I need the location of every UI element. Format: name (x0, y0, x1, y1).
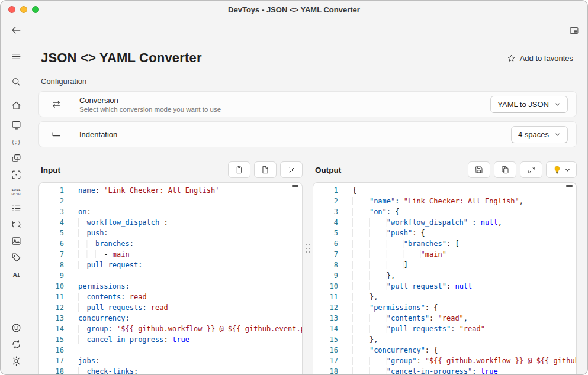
indentation-icon (50, 128, 63, 140)
window-title: DevToys - JSON <> YAML Converter (228, 5, 360, 14)
svg-text:A: A (13, 271, 17, 279)
arrows-cycle-icon (11, 219, 22, 230)
zoom-window-button[interactable] (32, 6, 39, 13)
sidebar-tool-3[interactable] (5, 150, 27, 166)
lightbulb-icon (552, 165, 562, 174)
code-line: 16 "concurrency": { (313, 345, 576, 355)
editor-splitter-handle[interactable] (305, 243, 311, 254)
line-number: 1 (39, 185, 64, 196)
binary-icon: 10110110 (9, 186, 23, 198)
expand-icon (527, 166, 536, 174)
output-header: Output (315, 161, 577, 178)
code-line: 18 check-links: (39, 366, 302, 374)
conversion-title: Conversion (79, 96, 490, 105)
code-line: 17jobs: (39, 355, 302, 366)
line-number: 5 (313, 228, 338, 238)
titlebar: DevToys - JSON <> YAML Converter (1, 1, 587, 18)
output-label: Output (315, 166, 341, 174)
sidebar-tool-6[interactable] (5, 200, 27, 216)
page-header: JSON <> YAML Converter Add to favorites (41, 50, 577, 66)
sidebar-feedback-button[interactable] (5, 320, 27, 336)
code-line: 17 "group": "${{ github.workflow }} @ ${… (313, 355, 576, 366)
add-to-favorites-button[interactable]: Add to favorites (503, 53, 577, 63)
code-line: 8 ] (313, 260, 576, 270)
input-editor[interactable]: 1name: 'Link Checker: All English'23on:4… (38, 182, 303, 374)
output-editor[interactable]: 1{2 "name": "Link Checker: All English",… (313, 182, 577, 374)
conversion-mode-value: YAML to JSON (497, 100, 549, 109)
editor-scrollbar-thumb[interactable] (292, 185, 298, 187)
configuration-label: Configuration (41, 77, 577, 86)
save-button[interactable] (468, 161, 490, 178)
code-line: 14 "pull-requests": "read" (313, 324, 576, 334)
sidebar-tool-10[interactable]: A (5, 266, 27, 282)
code-line: 9 }, (313, 270, 576, 281)
line-number: 7 (39, 249, 64, 260)
code-line: 2 "name": "Link Checker: All English", (313, 196, 576, 206)
line-number: 15 (313, 334, 338, 345)
line-number: 18 (313, 366, 338, 374)
sidebar-tool-2[interactable]: {;} (5, 134, 27, 150)
conversion-subtitle: Select which conversion mode you want to… (79, 106, 490, 113)
line-number: 5 (39, 228, 64, 238)
sidebar-tool-1[interactable] (5, 117, 27, 133)
line-number: 2 (39, 196, 64, 206)
copy-button[interactable] (494, 161, 516, 178)
smart-detection-dropdown[interactable] (546, 161, 577, 178)
chevron-down-icon (554, 131, 561, 138)
chevron-down-icon (554, 101, 561, 108)
braces-icon: {;} (10, 136, 22, 148)
sidebar-tool-8[interactable] (5, 233, 27, 249)
code-line: 4 workflow_dispatch : (39, 217, 302, 228)
sidebar-update-button[interactable] (5, 337, 27, 353)
code-line: 15 }, (313, 334, 576, 345)
sidebar: {;} 10110110 A (1, 42, 31, 374)
code-line: 5 push: (39, 228, 302, 238)
sidebar-menu-button[interactable] (5, 47, 27, 65)
open-file-button[interactable] (254, 161, 277, 178)
sidebar-tool-7[interactable] (5, 216, 27, 232)
line-number: 7 (313, 249, 338, 260)
code-line: 6 "branches": [ (313, 238, 576, 249)
sidebar-tool-5[interactable]: 10110110 (5, 183, 27, 199)
minimize-window-button[interactable] (20, 6, 27, 13)
display-icon (11, 119, 22, 131)
conversion-setting-text: Conversion Select which conversion mode … (79, 96, 490, 113)
input-header: Input (41, 161, 303, 178)
line-number: 11 (39, 292, 64, 302)
line-number: 16 (39, 345, 64, 355)
line-number: 13 (313, 313, 338, 324)
code-line: 1{ (313, 185, 576, 196)
sidebar-settings-button[interactable] (5, 353, 27, 369)
output-toolbar (468, 161, 577, 178)
line-number: 3 (313, 206, 338, 217)
close-window-button[interactable] (8, 6, 15, 13)
text-case-icon: A (10, 269, 22, 280)
paste-button[interactable] (228, 161, 250, 178)
line-number: 18 (39, 366, 64, 374)
sidebar-tool-4[interactable] (5, 167, 27, 183)
sidebar-tool-9[interactable] (5, 250, 27, 266)
home-icon (11, 100, 22, 111)
indentation-dropdown[interactable]: 4 spaces (511, 126, 568, 143)
line-number: 6 (313, 238, 338, 249)
sidebar-home-button[interactable] (5, 96, 27, 114)
compact-overlay-button[interactable] (568, 24, 580, 37)
list-icon (11, 202, 22, 214)
clear-button[interactable] (280, 161, 303, 178)
page-title: JSON <> YAML Converter (41, 50, 202, 66)
editors-area: Input (38, 161, 577, 374)
back-button[interactable] (9, 23, 23, 37)
expand-button[interactable] (520, 161, 542, 178)
conversion-mode-dropdown[interactable]: YAML to JSON (490, 96, 568, 113)
line-number: 6 (39, 238, 64, 249)
code-line: 2 (39, 196, 302, 206)
svg-text:1011: 1011 (11, 188, 20, 192)
line-number: 3 (39, 206, 64, 217)
code-line: 16 (39, 345, 302, 355)
editor-scrollbar-thumb[interactable] (566, 185, 573, 187)
line-number: 12 (313, 302, 338, 313)
line-number: 14 (313, 324, 338, 334)
code-line: 11 contents: read (39, 292, 302, 302)
line-number: 11 (313, 292, 338, 302)
sidebar-search-button[interactable] (5, 73, 27, 90)
